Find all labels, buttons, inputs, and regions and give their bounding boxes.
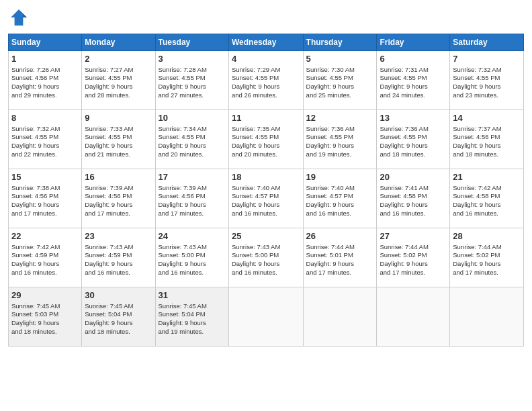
weekday-header-friday: Friday	[377, 34, 450, 51]
day-number: 1	[11, 53, 79, 65]
calendar-cell: 9Sunrise: 7:33 AM Sunset: 4:55 PM Daylig…	[82, 110, 155, 169]
day-info: Sunrise: 7:27 AM Sunset: 4:55 PM Dayligh…	[85, 66, 152, 100]
day-info: Sunrise: 7:43 AM Sunset: 5:00 PM Dayligh…	[232, 243, 300, 277]
day-info: Sunrise: 7:43 AM Sunset: 5:00 PM Dayligh…	[159, 243, 226, 277]
weekday-header-sunday: Sunday	[9, 34, 82, 51]
calendar-cell: 12Sunrise: 7:36 AM Sunset: 4:55 PM Dayli…	[303, 110, 377, 169]
weekday-header-row: SundayMondayTuesdayWednesdayThursdayFrid…	[9, 34, 524, 51]
calendar-cell: 18Sunrise: 7:40 AM Sunset: 4:57 PM Dayli…	[228, 169, 303, 228]
weekday-header-saturday: Saturday	[450, 34, 524, 51]
calendar-cell	[228, 287, 303, 347]
calendar-cell: 15Sunrise: 7:38 AM Sunset: 4:56 PM Dayli…	[9, 169, 82, 228]
calendar-week-5: 29Sunrise: 7:45 AM Sunset: 5:03 PM Dayli…	[9, 287, 524, 347]
day-number: 22	[11, 230, 79, 242]
day-number: 19	[306, 171, 374, 183]
calendar-cell: 10Sunrise: 7:34 AM Sunset: 4:55 PM Dayli…	[155, 110, 228, 169]
calendar-cell: 19Sunrise: 7:40 AM Sunset: 4:57 PM Dayli…	[303, 169, 377, 228]
day-number: 5	[306, 53, 374, 65]
day-info: Sunrise: 7:39 AM Sunset: 4:56 PM Dayligh…	[85, 184, 152, 218]
day-info: Sunrise: 7:32 AM Sunset: 4:55 PM Dayligh…	[453, 66, 521, 100]
day-number: 20	[380, 171, 447, 183]
day-info: Sunrise: 7:31 AM Sunset: 4:55 PM Dayligh…	[380, 66, 447, 100]
calendar-week-3: 15Sunrise: 7:38 AM Sunset: 4:56 PM Dayli…	[9, 169, 524, 228]
calendar-cell: 25Sunrise: 7:43 AM Sunset: 5:00 PM Dayli…	[228, 228, 303, 287]
page-container: SundayMondayTuesdayWednesdayThursdayFrid…	[0, 0, 532, 353]
day-info: Sunrise: 7:44 AM Sunset: 5:02 PM Dayligh…	[453, 243, 521, 277]
day-info: Sunrise: 7:44 AM Sunset: 5:02 PM Dayligh…	[380, 243, 447, 277]
day-number: 25	[232, 230, 300, 242]
day-number: 21	[453, 171, 521, 183]
calendar-cell: 8Sunrise: 7:32 AM Sunset: 4:55 PM Daylig…	[9, 110, 82, 169]
day-number: 15	[11, 171, 79, 183]
day-info: Sunrise: 7:41 AM Sunset: 4:58 PM Dayligh…	[380, 184, 447, 218]
day-info: Sunrise: 7:32 AM Sunset: 4:55 PM Dayligh…	[11, 125, 79, 159]
weekday-header-tuesday: Tuesday	[155, 34, 228, 51]
logo-icon	[8, 7, 30, 28]
day-number: 29	[11, 289, 79, 302]
day-number: 26	[306, 230, 374, 242]
calendar-cell: 20Sunrise: 7:41 AM Sunset: 4:58 PM Dayli…	[377, 169, 450, 228]
calendar-cell: 3Sunrise: 7:28 AM Sunset: 4:55 PM Daylig…	[155, 51, 228, 110]
day-info: Sunrise: 7:42 AM Sunset: 4:59 PM Dayligh…	[11, 243, 79, 277]
day-number: 13	[380, 112, 447, 124]
calendar-cell: 29Sunrise: 7:45 AM Sunset: 5:03 PM Dayli…	[9, 287, 82, 347]
day-number: 27	[380, 230, 447, 242]
day-info: Sunrise: 7:45 AM Sunset: 5:04 PM Dayligh…	[159, 302, 226, 336]
day-number: 2	[85, 53, 152, 65]
day-info: Sunrise: 7:45 AM Sunset: 5:03 PM Dayligh…	[11, 302, 79, 336]
day-number: 10	[159, 112, 226, 124]
calendar-cell	[377, 287, 450, 347]
calendar-body: 1Sunrise: 7:26 AM Sunset: 4:56 PM Daylig…	[9, 51, 524, 347]
day-info: Sunrise: 7:36 AM Sunset: 4:55 PM Dayligh…	[306, 125, 374, 159]
calendar-cell: 22Sunrise: 7:42 AM Sunset: 4:59 PM Dayli…	[9, 228, 82, 287]
day-number: 11	[232, 112, 300, 124]
calendar-cell: 28Sunrise: 7:44 AM Sunset: 5:02 PM Dayli…	[450, 228, 524, 287]
calendar-week-4: 22Sunrise: 7:42 AM Sunset: 4:59 PM Dayli…	[9, 228, 524, 287]
calendar-cell: 16Sunrise: 7:39 AM Sunset: 4:56 PM Dayli…	[82, 169, 155, 228]
day-number: 18	[232, 171, 300, 183]
day-number: 3	[159, 53, 226, 65]
calendar-table: SundayMondayTuesdayWednesdayThursdayFrid…	[8, 34, 524, 347]
day-info: Sunrise: 7:28 AM Sunset: 4:55 PM Dayligh…	[159, 66, 226, 100]
day-info: Sunrise: 7:29 AM Sunset: 4:55 PM Dayligh…	[232, 66, 300, 100]
day-number: 14	[453, 112, 521, 124]
calendar-cell: 5Sunrise: 7:30 AM Sunset: 4:55 PM Daylig…	[303, 51, 377, 110]
calendar-cell: 6Sunrise: 7:31 AM Sunset: 4:55 PM Daylig…	[377, 51, 450, 110]
day-number: 28	[453, 230, 521, 242]
day-number: 6	[380, 53, 447, 65]
day-info: Sunrise: 7:35 AM Sunset: 4:55 PM Dayligh…	[232, 125, 300, 159]
calendar-cell: 27Sunrise: 7:44 AM Sunset: 5:02 PM Dayli…	[377, 228, 450, 287]
calendar-cell: 26Sunrise: 7:44 AM Sunset: 5:01 PM Dayli…	[303, 228, 377, 287]
calendar-cell: 30Sunrise: 7:45 AM Sunset: 5:04 PM Dayli…	[82, 287, 155, 347]
day-info: Sunrise: 7:43 AM Sunset: 4:59 PM Dayligh…	[85, 243, 152, 277]
day-info: Sunrise: 7:26 AM Sunset: 4:56 PM Dayligh…	[11, 66, 79, 100]
weekday-header-thursday: Thursday	[303, 34, 377, 51]
calendar-cell: 4Sunrise: 7:29 AM Sunset: 4:55 PM Daylig…	[228, 51, 303, 110]
day-number: 8	[11, 112, 79, 124]
day-number: 12	[306, 112, 374, 124]
day-info: Sunrise: 7:30 AM Sunset: 4:55 PM Dayligh…	[306, 66, 374, 100]
day-info: Sunrise: 7:40 AM Sunset: 4:57 PM Dayligh…	[306, 184, 374, 218]
header	[8, 7, 524, 28]
day-number: 17	[159, 171, 226, 183]
day-number: 9	[85, 112, 152, 124]
calendar-cell: 17Sunrise: 7:39 AM Sunset: 4:56 PM Dayli…	[155, 169, 228, 228]
day-number: 7	[453, 53, 521, 65]
day-number: 24	[159, 230, 226, 242]
day-info: Sunrise: 7:44 AM Sunset: 5:01 PM Dayligh…	[306, 243, 374, 277]
calendar-cell: 14Sunrise: 7:37 AM Sunset: 4:56 PM Dayli…	[450, 110, 524, 169]
calendar-cell	[303, 287, 377, 347]
calendar-week-2: 8Sunrise: 7:32 AM Sunset: 4:55 PM Daylig…	[9, 110, 524, 169]
calendar-cell: 23Sunrise: 7:43 AM Sunset: 4:59 PM Dayli…	[82, 228, 155, 287]
day-info: Sunrise: 7:45 AM Sunset: 5:04 PM Dayligh…	[85, 302, 152, 336]
calendar-cell	[450, 287, 524, 347]
day-info: Sunrise: 7:40 AM Sunset: 4:57 PM Dayligh…	[232, 184, 300, 218]
day-info: Sunrise: 7:37 AM Sunset: 4:56 PM Dayligh…	[453, 125, 521, 159]
day-info: Sunrise: 7:38 AM Sunset: 4:56 PM Dayligh…	[11, 184, 79, 218]
day-info: Sunrise: 7:39 AM Sunset: 4:56 PM Dayligh…	[159, 184, 226, 218]
calendar-cell: 11Sunrise: 7:35 AM Sunset: 4:55 PM Dayli…	[228, 110, 303, 169]
day-info: Sunrise: 7:34 AM Sunset: 4:55 PM Dayligh…	[159, 125, 226, 159]
logo	[8, 7, 32, 28]
day-info: Sunrise: 7:42 AM Sunset: 4:58 PM Dayligh…	[453, 184, 521, 218]
weekday-header-monday: Monday	[82, 34, 155, 51]
